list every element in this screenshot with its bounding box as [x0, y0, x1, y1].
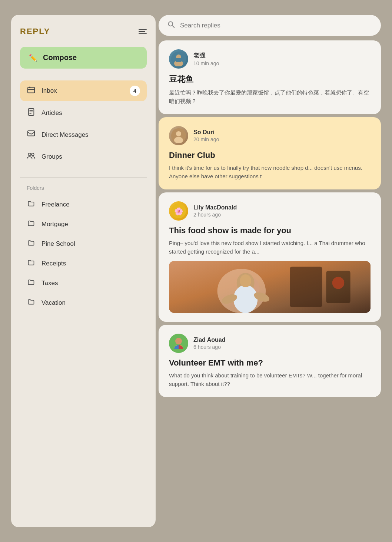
folder-items: Freelance Mortgage Pine School	[20, 195, 147, 312]
sender-info: Lily MacDonald 2 hours ago	[193, 204, 237, 218]
message-card-msg4[interactable]: Ziad Aouad 6 hours ago Volunteer EMT wit…	[159, 325, 381, 397]
message-title: Volunteer EMT with me?	[169, 358, 371, 368]
folder-icon	[27, 259, 36, 268]
message-header: Ziad Aouad 6 hours ago	[169, 334, 371, 353]
message-title: This food show is made for you	[169, 226, 371, 235]
svg-point-25	[332, 277, 345, 289]
folder-item-receipts[interactable]: Receipts	[20, 254, 147, 272]
sender-time: 20 min ago	[193, 136, 219, 142]
articles-icon	[27, 108, 36, 118]
svg-point-32	[175, 338, 182, 344]
groups-label: Groups	[41, 153, 62, 161]
folders-label: Folders	[20, 185, 147, 191]
search-input[interactable]	[180, 22, 372, 29]
message-card-msg2[interactable]: So Duri 20 min ago Dinner Club I think i…	[159, 117, 381, 189]
folder-icon	[27, 278, 36, 288]
svg-point-16	[176, 131, 181, 136]
compose-label: Compose	[43, 53, 77, 62]
folder-label: Receipts	[41, 260, 66, 267]
groups-icon	[27, 152, 36, 162]
sender-info: 老强 10 min ago	[193, 52, 219, 66]
message-card-msg1[interactable]: 老强 10 min ago 豆花鱼 最近忙吗？昨晚我去了你最爱的那家饭馆，点了他…	[159, 40, 381, 114]
message-image	[169, 261, 371, 313]
svg-rect-6	[28, 131, 34, 136]
message-title: 豆花鱼	[169, 74, 371, 85]
folder-label: Freelance	[41, 201, 70, 208]
svg-rect-23	[290, 267, 322, 307]
message-header: So Duri 20 min ago	[169, 126, 371, 145]
compose-icon: ✏️	[29, 54, 37, 62]
dm-icon	[27, 130, 36, 140]
message-header: 🌸 Lily MacDonald 2 hours ago	[169, 201, 371, 221]
sender-time: 10 min ago	[193, 60, 219, 66]
sender-info: Ziad Aouad 6 hours ago	[193, 337, 226, 350]
app-logo: REPLY	[20, 27, 50, 36]
nav-items: Inbox 4 Articles	[20, 80, 147, 167]
menu-toggle-icon[interactable]	[139, 29, 147, 34]
svg-point-8	[31, 153, 34, 156]
folder-icon	[27, 200, 36, 209]
folder-icon	[27, 298, 36, 307]
main-content: 老强 10 min ago 豆花鱼 最近忙吗？昨晚我去了你最爱的那家饭馆，点了他…	[159, 15, 381, 527]
message-preview: 最近忙吗？昨晚我去了你最爱的那家饭馆，点了他们的特色菜，着就想你了。有空咱们视频…	[169, 89, 371, 105]
search-icon	[167, 21, 175, 30]
message-preview: What do you think about training to be v…	[169, 371, 371, 388]
sender-name: So Duri	[193, 129, 219, 136]
dm-label: Direct Messages	[41, 131, 89, 139]
sender-time: 2 hours ago	[193, 212, 237, 218]
sidebar: REPLY ✏️ Compose Inbox	[11, 15, 156, 527]
sender-info: So Duri 20 min ago	[193, 129, 219, 142]
sender-name: Lily MacDonald	[193, 204, 237, 211]
folder-item-taxes[interactable]: Taxes	[20, 274, 147, 292]
app-container: REPLY ✏️ Compose Inbox	[0, 0, 392, 542]
sender-name: Ziad Aouad	[193, 337, 226, 343]
folder-label: Mortgage	[41, 221, 68, 228]
folder-icon	[27, 219, 36, 229]
svg-text:🌸: 🌸	[174, 207, 183, 216]
svg-point-9	[169, 22, 173, 26]
sidebar-item-inbox[interactable]: Inbox 4	[20, 80, 147, 101]
svg-point-27	[233, 285, 258, 313]
search-bar[interactable]	[159, 15, 381, 36]
compose-button[interactable]: ✏️ Compose	[20, 47, 147, 69]
message-card-msg3[interactable]: 🌸 Lily MacDonald 2 hours ago This food s…	[159, 192, 381, 322]
inbox-badge: 4	[130, 86, 140, 96]
avatar-laoqiang	[169, 49, 188, 69]
sender-time: 6 hours ago	[193, 344, 226, 350]
avatar-ziad	[169, 334, 188, 353]
message-preview: Ping– you'd love this new food show I st…	[169, 239, 371, 256]
sidebar-item-articles[interactable]: Articles	[20, 103, 147, 123]
folder-item-vacation[interactable]: Vacation	[20, 294, 147, 312]
svg-point-28	[240, 274, 251, 287]
svg-line-10	[172, 26, 174, 27]
sidebar-divider	[20, 177, 147, 178]
sidebar-item-groups[interactable]: Groups	[20, 146, 147, 167]
inbox-icon	[27, 86, 36, 96]
message-title: Dinner Club	[169, 151, 371, 160]
svg-point-7	[28, 153, 31, 156]
sidebar-item-direct-messages[interactable]: Direct Messages	[20, 125, 147, 145]
svg-rect-1	[29, 86, 31, 88]
svg-rect-0	[28, 87, 34, 93]
inbox-label: Inbox	[41, 87, 57, 95]
folder-item-freelance[interactable]: Freelance	[20, 195, 147, 214]
articles-label: Articles	[41, 109, 62, 117]
message-header: 老强 10 min ago	[169, 49, 371, 69]
avatar-soduri	[169, 126, 188, 145]
folder-label: Pine School	[41, 240, 75, 248]
folder-item-mortgage[interactable]: Mortgage	[20, 215, 147, 233]
folder-label: Vacation	[41, 299, 66, 307]
sender-name: 老强	[193, 52, 219, 60]
sidebar-header: REPLY	[20, 27, 147, 36]
message-preview: I think it's time for us to finally try …	[169, 164, 371, 181]
svg-rect-14	[176, 58, 182, 62]
folder-label: Taxes	[41, 280, 58, 287]
folder-icon	[27, 239, 36, 248]
folder-item-pine-school[interactable]: Pine School	[20, 235, 147, 253]
avatar-lily: 🌸	[169, 201, 188, 221]
